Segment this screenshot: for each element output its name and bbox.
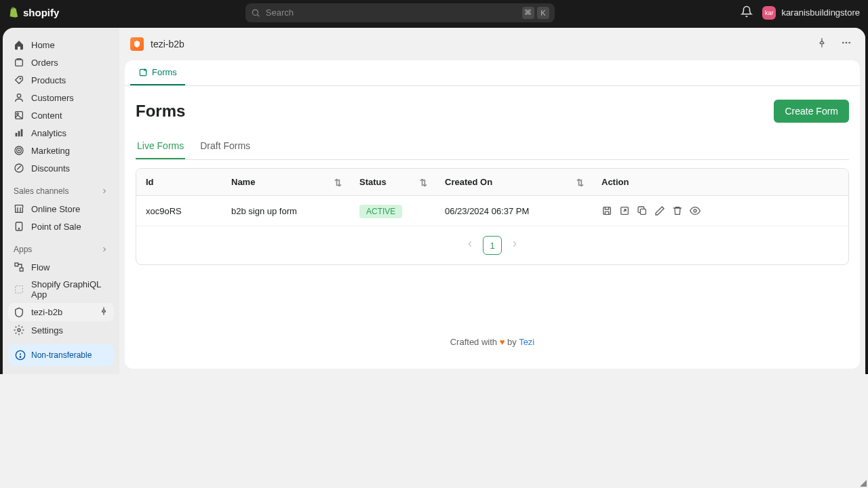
- svg-line-1: [257, 14, 259, 16]
- sidebar-item-products[interactable]: Products: [8, 71, 114, 89]
- sales-channels-section[interactable]: Sales channels: [8, 182, 114, 200]
- discounts-icon: [14, 163, 24, 174]
- chevron-right-icon: [100, 245, 108, 253]
- sort-icon: ⇅: [334, 177, 342, 187]
- pin-app-button[interactable]: [814, 35, 830, 54]
- col-name[interactable]: Name⇅: [222, 169, 350, 196]
- sidebar-item-discounts[interactable]: Discounts: [8, 159, 114, 177]
- sidebar-item-marketing[interactable]: Marketing: [8, 142, 114, 159]
- chevron-right-icon: [100, 187, 108, 195]
- pin-button[interactable]: [99, 306, 108, 318]
- page-number[interactable]: 1: [483, 236, 502, 255]
- avatar: kar: [762, 6, 776, 20]
- table-row: xoc9oRS b2b sign up form ACTIVE 06/23/20…: [136, 196, 848, 226]
- status-badge: ACTIVE: [359, 205, 402, 218]
- svg-rect-16: [15, 263, 18, 266]
- store-switcher[interactable]: kar karanisbuildingstore: [762, 6, 860, 20]
- sidebar-item-label: Point of Sale: [31, 222, 81, 232]
- svg-point-22: [20, 357, 20, 357]
- page-prev-button[interactable]: [462, 237, 477, 254]
- sidebar-item-flow[interactable]: Flow: [8, 258, 114, 276]
- tab-live-forms[interactable]: Live Forms: [136, 134, 185, 159]
- sidebar-item-analytics[interactable]: Analytics: [8, 124, 114, 142]
- sidebar-item-label: Home: [31, 40, 55, 50]
- col-status[interactable]: Status⇅: [350, 169, 435, 196]
- save-icon: [601, 205, 612, 216]
- search-icon: [251, 8, 260, 18]
- svg-point-24: [846, 42, 848, 44]
- sidebar-item-home[interactable]: Home: [8, 36, 114, 54]
- shield-icon: [133, 40, 141, 48]
- badge-label: Non-transferable: [31, 350, 92, 360]
- tezi-link[interactable]: Tezi: [519, 337, 534, 347]
- app-tabs: Forms: [125, 60, 860, 86]
- pin-icon: [99, 306, 108, 316]
- shield-icon: [14, 307, 24, 318]
- sidebar-item-settings[interactable]: Settings: [8, 321, 114, 339]
- action-open-button[interactable]: [619, 205, 630, 216]
- svg-point-4: [17, 94, 20, 98]
- action-save-button[interactable]: [601, 205, 612, 216]
- svg-rect-18: [16, 286, 23, 293]
- svg-rect-7: [16, 133, 18, 136]
- tab-label: Forms: [152, 67, 177, 77]
- apps-section[interactable]: Apps: [8, 241, 114, 258]
- forms-table: Id Name⇅ Status⇅ Created On⇅ Action xoc9…: [136, 168, 849, 265]
- sidebar-item-label: Orders: [31, 58, 58, 68]
- sidebar-item-pos[interactable]: Point of Sale: [8, 218, 114, 235]
- sidebar-item-graphiql[interactable]: Shopify GraphiQL App: [8, 276, 114, 303]
- page-next-button[interactable]: [507, 237, 522, 254]
- sidebar-item-label: Content: [31, 110, 62, 121]
- shopify-logo[interactable]: shopify: [8, 7, 59, 19]
- action-view-button[interactable]: [690, 205, 701, 216]
- sidebar-item-label: Flow: [31, 262, 50, 272]
- create-form-button[interactable]: Create Form: [774, 100, 849, 123]
- sidebar-item-label: Online Store: [31, 204, 80, 214]
- tab-forms[interactable]: Forms: [130, 60, 185, 85]
- sidebar-item-online-store[interactable]: Online Store: [8, 200, 114, 218]
- action-copy-button[interactable]: [637, 205, 648, 216]
- content-icon: [14, 110, 24, 121]
- col-label: Status: [359, 177, 387, 187]
- notifications-button[interactable]: [741, 5, 753, 20]
- sidebar-item-label: tezi-b2b: [31, 307, 62, 317]
- pos-icon: [14, 221, 24, 232]
- sidebar-item-orders[interactable]: Orders: [8, 54, 114, 71]
- resize-handle[interactable]: [860, 480, 867, 487]
- kbd-k: K: [537, 7, 549, 19]
- tab-draft-forms[interactable]: Draft Forms: [199, 134, 252, 159]
- chevron-left-icon: [465, 239, 475, 249]
- bell-icon: [741, 5, 753, 18]
- app-title: tezi-b2b: [151, 39, 184, 49]
- search-input[interactable]: Search ⌘ K: [245, 3, 555, 22]
- topbar: shopify Search ⌘ K kar karanisbuildingst…: [0, 0, 868, 25]
- logo-text: shopify: [23, 7, 59, 18]
- non-transferable-badge[interactable]: Non-transferable: [8, 344, 114, 366]
- cell-id: xoc9oRS: [136, 196, 222, 226]
- sidebar-item-label: Shopify GraphiQL App: [31, 279, 108, 300]
- sidebar: Home Orders Products Customers Content A…: [3, 28, 119, 374]
- svg-rect-27: [604, 207, 611, 215]
- sidebar-item-content[interactable]: Content: [8, 106, 114, 124]
- svg-point-23: [842, 42, 844, 44]
- content-area: tezi-b2b Forms Forms Create Form Live: [119, 28, 865, 374]
- sidebar-item-label: Customers: [31, 93, 74, 103]
- more-actions-button[interactable]: [838, 35, 854, 54]
- sidebar-item-label: Settings: [31, 325, 63, 336]
- app-icon: [130, 37, 144, 51]
- form-icon: [138, 68, 148, 77]
- action-delete-button[interactable]: [672, 205, 683, 216]
- svg-rect-17: [20, 268, 23, 271]
- store-icon: [14, 203, 24, 214]
- sort-icon: ⇅: [420, 177, 427, 187]
- col-created[interactable]: Created On⇅: [435, 169, 592, 196]
- col-id: Id: [136, 169, 222, 196]
- cell-status: ACTIVE: [350, 196, 435, 226]
- sidebar-item-customers[interactable]: Customers: [8, 89, 114, 106]
- svg-point-3: [20, 78, 20, 79]
- action-edit-button[interactable]: [654, 205, 665, 216]
- svg-point-19: [18, 329, 20, 331]
- sidebar-item-tezi[interactable]: tezi-b2b: [8, 303, 114, 321]
- svg-rect-2: [16, 60, 23, 66]
- table-header-row: Id Name⇅ Status⇅ Created On⇅ Action: [136, 169, 848, 196]
